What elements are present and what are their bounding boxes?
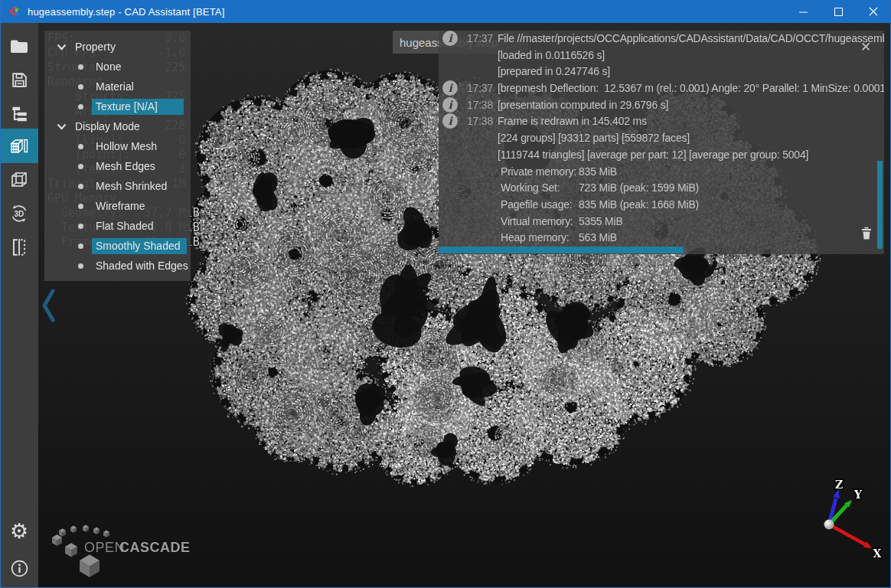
info-icon: i [442,80,458,96]
title-bar: hugeassembly.step - CAD Assistant [BETA] [0,0,891,23]
minimize-button[interactable] [785,0,821,23]
log-message-line: [prepared in 0.247746 s] [439,64,884,80]
menu-item-shaded-with-edges[interactable]: Shaded with Edges [44,256,191,276]
log-message-line: [loaded in 0.0116526 s] [439,47,884,64]
sidebar-item-settings[interactable]: ⚙ [0,514,38,548]
info-icon: i [442,31,458,46]
log-message-line: i17:37[brepmesh Deflection: 12.5367 m (r… [439,80,884,97]
log-timestamp: 17:38 [467,113,493,130]
log-message-line: [1119744 triangles] [average per part: 1… [439,147,884,164]
menu-item-none[interactable]: None [44,57,191,77]
axis-x [829,524,865,544]
bullet-icon [78,64,83,70]
menu-item-material[interactable]: Material [44,77,191,96]
menu-item-mesh-edges[interactable]: Mesh Edges [44,156,191,176]
sidebar: 3D⚙ [0,23,38,588]
menu-item-wireframe[interactable]: Wireframe [44,196,191,216]
log-timestamp: 17:37 [467,31,493,47]
axis-y-label: Y [853,488,863,501]
panel-collapse-chevron[interactable] [41,288,57,323]
maximize-button[interactable] [821,0,856,23]
log-message-line: Virtual memory:5355 MiB [439,214,884,230]
app-icon [7,5,21,18]
opencascade-logo: OPEN CASCADE [43,521,211,586]
context-menu: PropertyNoneMaterialTexture [N/A]Display… [44,31,191,281]
bullet-icon [78,164,83,169]
bullet-icon [78,144,83,149]
bullet-icon [78,104,83,109]
menu-group-display-mode[interactable]: Display Mode [44,116,191,136]
bullet-icon [78,184,83,189]
info-icon: i [442,97,458,113]
window-title: hugeassembly.step - CAD Assistant [BETA] [28,6,225,18]
chevron-down-icon [57,123,67,130]
axis-x-label: X [873,547,882,560]
sidebar-item-view-cube[interactable] [0,162,38,197]
log-message-line: Working Set:723 MiB (peak: 1599 MiB) [439,180,884,197]
bullet-icon [78,224,83,229]
sidebar-item-clipping-planes[interactable] [0,230,38,264]
sidebar-item-open-file[interactable] [0,29,38,64]
close-button[interactable] [856,0,891,23]
trash-icon[interactable] [861,227,872,240]
sidebar-item-rotate-3d[interactable]: 3D [0,196,38,230]
bullet-icon [78,243,83,249]
menu-item-flat-shaded[interactable]: Flat Shaded [44,216,191,236]
bullet-icon [78,263,83,269]
log-message-line: i17:37File //master/projects/OCCApplicat… [439,31,884,47]
bullet-icon [78,84,83,90]
menu-group-property[interactable]: Property [44,37,191,57]
svg-text:3D: 3D [15,210,24,218]
menu-item-texture-n-a[interactable]: Texture [N/A] [44,96,191,116]
progress-bar [439,247,684,253]
sidebar-item-about[interactable] [0,551,38,586]
message-log: i17:37File //master/projects/OCCApplicat… [439,31,884,254]
log-timestamp: 17:38 [467,97,493,114]
chevron-down-icon [57,44,67,51]
menu-item-mesh-shrinked[interactable]: Mesh Shrinked [44,176,191,196]
scrollbar-thumb[interactable] [877,161,883,249]
log-message-line: Private memory:835 MiB [439,164,884,181]
log-message-line: i17:38[presentation computed in 29.6796 … [439,97,884,114]
log-message-line: Pagefile usage:835 MiB (peak: 1668 MiB) [439,197,884,214]
sidebar-item-save-file[interactable] [0,63,38,97]
log-timestamp: 17:37 [467,80,493,97]
close-icon[interactable]: ✕ [858,40,873,55]
sidebar-item-document-structure[interactable] [0,96,38,131]
axis-triad: Z Y X [810,473,891,562]
info-icon: i [442,113,458,129]
log-message-line: [224 groups] [93312 parts] [559872 faces… [439,130,884,147]
log-message-line: Heap memory:563 MiB [439,230,884,247]
menu-item-smoothly-shaded[interactable]: Smoothly Shaded [44,236,191,256]
menu-item-hollow-mesh[interactable]: Hollow Mesh [44,136,191,156]
bullet-icon [78,204,83,209]
axis-z-label: Z [835,479,843,491]
sidebar-item-display-settings[interactable] [0,129,38,163]
log-message-line: i17:38Frame is redrawn in 145.402 ms [439,113,884,130]
logo-text-cascade: CASCADE [119,540,191,555]
